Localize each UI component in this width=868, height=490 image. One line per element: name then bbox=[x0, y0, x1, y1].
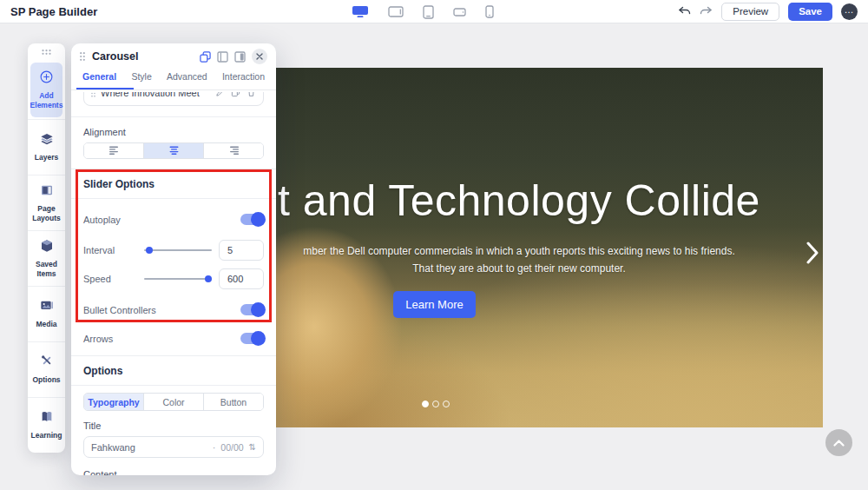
save-button[interactable]: Save bbox=[788, 3, 832, 21]
carousel-item-row[interactable]: Where Innovation Meet bbox=[83, 92, 264, 106]
tab-interaction[interactable]: Interaction bbox=[222, 70, 265, 89]
slide-subtitle-line2: That they are about to get their new com… bbox=[276, 261, 779, 278]
speed-slider[interactable] bbox=[144, 278, 212, 280]
saved-items-icon bbox=[40, 239, 54, 256]
carousel-bullet-3[interactable] bbox=[443, 401, 450, 407]
speed-input[interactable] bbox=[219, 268, 264, 289]
slide-heading: t and Technology Collide bbox=[278, 175, 760, 226]
autoplay-toggle[interactable] bbox=[240, 214, 264, 225]
divider bbox=[71, 116, 276, 117]
font-sort-icon[interactable]: ⇅ bbox=[249, 442, 256, 452]
sidebar-label-layers: Layers bbox=[35, 153, 58, 162]
slider-options-heading: Slider Options bbox=[83, 178, 264, 190]
tab-typography[interactable]: Typography bbox=[84, 394, 143, 410]
align-left-button[interactable] bbox=[84, 143, 143, 158]
carousel-bullet-2[interactable] bbox=[432, 401, 439, 407]
divider bbox=[71, 355, 276, 356]
add-elements-icon bbox=[39, 70, 54, 88]
dock-left-icon[interactable] bbox=[217, 51, 228, 63]
clipped-item-row-wrapper: Where Innovation Meet bbox=[83, 92, 264, 107]
sidebar-label-learning: Learning bbox=[31, 431, 62, 440]
divider bbox=[71, 198, 276, 199]
carousel-settings-panel: Carousel General Style Advanced Interact… bbox=[71, 43, 276, 475]
sidebar-label-add: Add bbox=[39, 91, 54, 100]
more-options-button[interactable]: … bbox=[841, 3, 858, 20]
sidebar-label-items: Items bbox=[36, 269, 56, 278]
slide-subtitle-line1: mber the Dell computer commercials in wh… bbox=[276, 243, 779, 261]
options-tab-group: Typography Color Button bbox=[83, 393, 264, 411]
interval-slider-thumb[interactable] bbox=[146, 247, 153, 254]
align-center-button[interactable] bbox=[143, 143, 203, 158]
delete-item-icon[interactable] bbox=[247, 92, 256, 101]
divider bbox=[71, 385, 276, 386]
learn-more-button[interactable]: Learn More bbox=[393, 291, 476, 318]
sidebar-label-saved: Saved bbox=[36, 260, 57, 268]
tab-general[interactable]: General bbox=[82, 70, 116, 89]
arrows-row: Arrows bbox=[83, 331, 264, 346]
redo-icon[interactable] bbox=[700, 6, 713, 17]
font-caret-icon: · bbox=[213, 442, 216, 453]
alignment-label: Alignment bbox=[83, 127, 264, 137]
media-icon bbox=[40, 299, 54, 316]
carousel-bullet-1[interactable] bbox=[422, 401, 429, 407]
responsive-device-switcher bbox=[352, 0, 494, 23]
title-font-value: Fahkwang bbox=[91, 442, 207, 453]
bullet-controllers-toggle[interactable] bbox=[240, 304, 264, 315]
close-panel-icon[interactable] bbox=[252, 49, 267, 64]
topbar: SP Page Builder Preview Save … bbox=[0, 0, 868, 23]
device-tablet-portrait-icon[interactable] bbox=[423, 5, 434, 19]
duplicate-panel-icon[interactable] bbox=[200, 51, 211, 63]
scroll-to-top-button[interactable] bbox=[825, 429, 852, 456]
options-tools-icon bbox=[40, 354, 54, 372]
panel-title: Carousel bbox=[92, 50, 139, 63]
panel-body: Where Innovation Meet Alignment bbox=[71, 90, 276, 475]
interval-slider[interactable] bbox=[144, 249, 212, 251]
carousel-next-arrow-icon[interactable] bbox=[806, 242, 819, 268]
dock-right-icon[interactable] bbox=[234, 51, 246, 63]
align-right-button[interactable] bbox=[203, 143, 263, 158]
edit-item-icon[interactable] bbox=[215, 92, 225, 101]
bullet-controllers-label: Bullet Controllers bbox=[83, 305, 156, 315]
autoplay-label: Autoplay bbox=[83, 215, 121, 225]
item-drag-handle-icon[interactable] bbox=[91, 92, 95, 101]
tab-advanced[interactable]: Advanced bbox=[167, 70, 207, 89]
speed-label: Speed bbox=[83, 274, 139, 284]
arrows-toggle[interactable] bbox=[240, 333, 264, 344]
slide-subtitle: mber the Dell computer commercials in wh… bbox=[276, 243, 779, 278]
options-heading: Options bbox=[83, 365, 264, 377]
carousel-slide-image: t and Technology Collide mber the Dell c… bbox=[276, 68, 823, 427]
device-mobile-landscape-icon[interactable] bbox=[453, 8, 466, 17]
sidebar-label-elements: Elements bbox=[30, 101, 63, 109]
carousel-bullets bbox=[422, 401, 450, 407]
sidebar-item-layers[interactable]: Layers bbox=[28, 119, 65, 175]
interval-label: Interval bbox=[83, 245, 139, 255]
sidebar-item-options[interactable]: Options bbox=[28, 341, 65, 397]
sidebar-label-page: Page bbox=[37, 204, 55, 213]
panel-drag-handle[interactable] bbox=[80, 49, 85, 64]
undo-icon[interactable] bbox=[678, 6, 691, 17]
sidebar-drag-handle[interactable] bbox=[28, 43, 65, 61]
sidebar-item-page-layouts[interactable]: PageLayouts bbox=[28, 175, 65, 230]
preview-button[interactable]: Preview bbox=[721, 3, 779, 21]
duplicate-item-icon[interactable] bbox=[231, 92, 240, 101]
alignment-button-group bbox=[83, 142, 264, 159]
title-font-select[interactable]: Fahkwang · 00/00 ⇅ bbox=[83, 436, 264, 458]
bullet-controllers-row: Bullet Controllers bbox=[83, 302, 264, 317]
tab-style[interactable]: Style bbox=[131, 70, 151, 89]
layers-icon bbox=[40, 132, 54, 149]
speed-slider-thumb[interactable] bbox=[205, 275, 212, 282]
sidebar-item-saved-items[interactable]: SavedItems bbox=[28, 230, 65, 286]
sidebar-item-media[interactable]: Media bbox=[28, 286, 65, 341]
device-mobile-portrait-icon[interactable] bbox=[485, 5, 494, 18]
interval-input[interactable] bbox=[219, 240, 264, 261]
sidebar-item-learning[interactable]: Learning bbox=[28, 397, 65, 453]
tab-color[interactable]: Color bbox=[143, 394, 203, 410]
title-font-counter: 00/00 bbox=[220, 442, 243, 453]
sidebar-label-media: Media bbox=[36, 320, 56, 329]
tab-button[interactable]: Button bbox=[203, 394, 263, 410]
device-tablet-landscape-icon[interactable] bbox=[388, 6, 404, 17]
device-desktop-icon[interactable] bbox=[352, 5, 369, 18]
sidebar-item-add-elements[interactable]: AddElements bbox=[30, 63, 62, 117]
sidebar-label-layouts: Layouts bbox=[32, 214, 61, 222]
learning-book-icon bbox=[40, 410, 54, 427]
